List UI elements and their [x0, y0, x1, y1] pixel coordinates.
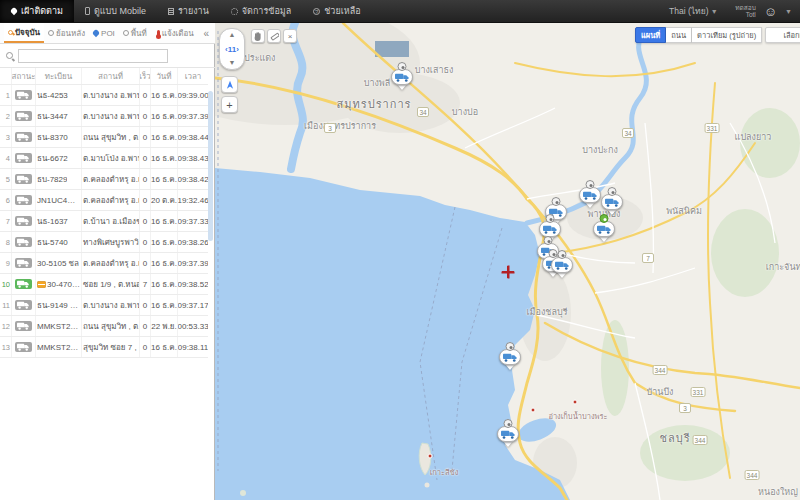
vehicle-speed: 0: [140, 148, 151, 168]
tab-label: พื้นที่: [131, 27, 147, 40]
map-type-satellite[interactable]: ดาวเทียม (รูปถ่าย): [692, 27, 762, 43]
vehicle-marker[interactable]: [496, 421, 520, 447]
vehicle-table-header: สถานะ ทะเบียน สถานที่ เร็ว วันที่ เวลา: [0, 68, 208, 85]
menu-item-label: รายงาน: [178, 4, 209, 18]
pan-hand-tool[interactable]: [251, 29, 265, 43]
pin-icon: [10, 7, 18, 15]
vehicle-location: ถนน สุขุมวิท , ต.สุรศักดิ์ อ.ศรี: [82, 316, 140, 336]
vehicle-plate: ธบ-7829: [37, 173, 67, 186]
map-type-road[interactable]: ถนน: [666, 27, 692, 43]
vehicle-marker[interactable]: [498, 344, 522, 370]
route-shield: 344: [653, 365, 668, 375]
marker-tail: [585, 202, 595, 213]
vehicle-table-row[interactable]: 7 นธ-1637 ต.บ้านา อ.เมืองชลบุรี จ.ชลบุรี…: [0, 211, 208, 232]
sidebar-scrollbar[interactable]: [208, 91, 213, 241]
vehicle-status-badge: [15, 195, 32, 205]
vehicle-marker[interactable]: [390, 64, 414, 90]
map-type-map[interactable]: แผนที่: [635, 27, 666, 43]
vehicle-table-row[interactable]: 12 MMKST22PS( ถนน สุขุมวิท , ต.สุรศักดิ์…: [0, 316, 208, 337]
truck-icon: [597, 225, 612, 234]
vehicle-date: 16 ธ.ค.: [151, 85, 178, 105]
tab-current[interactable]: ปัจจุบัน: [4, 23, 44, 43]
vehicle-time: 09:38.52: [178, 274, 208, 294]
menu-item-label: ช่วยเหลือ: [324, 4, 360, 18]
truck-icon: [17, 343, 30, 351]
map-canvas[interactable]: พระประแดงบางพลีบางเสาธงสมุทรปราการเมืองส…: [215, 23, 800, 500]
truck-icon: [17, 238, 30, 246]
vehicle-table-row[interactable]: 11 ธน-9149 กรุง ต.บางนาง อ.พานทอง จ.ชลบุ…: [0, 295, 208, 316]
marker-status-dot: [552, 197, 561, 206]
tab-alerts[interactable]: แจ้งเตือน: [151, 23, 198, 43]
user-name: ทดสอบ Totl: [726, 4, 756, 18]
vehicle-search-input[interactable]: [18, 49, 168, 63]
vehicle-table-row[interactable]: 9 30-5105 ชล ต.คลองตำหรุ อ.เมืองชลบุรี จ…: [0, 253, 208, 274]
vehicle-speed: 0: [140, 190, 151, 210]
vehicle-location: ต.คลองตำหรุ อ.เมืองชลบุรี จ.: [82, 169, 140, 189]
row-index: 1: [0, 85, 12, 105]
vehicle-status-badge: [15, 321, 32, 331]
truck-icon: [555, 261, 570, 270]
poi-tab-icon: [92, 29, 100, 37]
sidebar: ปัจจุบันย้อนหลังPOIพื้นที่แจ้งเตือน « สถ…: [0, 23, 215, 500]
menu-item-mobile-view[interactable]: ดูแบบ Mobile: [74, 0, 157, 22]
measure-tool[interactable]: [267, 29, 281, 43]
vehicle-marker[interactable]: [600, 189, 624, 215]
vehicle-table-row[interactable]: 1 นธ-4253 ต.บางนาง อ.พานทอง จ.ชลบุ 0 16 …: [0, 85, 208, 106]
mobile-icon: [85, 7, 90, 15]
marker-tail: [397, 84, 407, 95]
menu-item-monitor[interactable]: เฝ้าติดตาม: [0, 0, 74, 22]
user-avatar-icon[interactable]: ☺: [764, 5, 777, 18]
zoom-in-button[interactable]: +: [221, 96, 238, 113]
tab-history[interactable]: ย้อนหลัง: [44, 23, 89, 43]
menu-item-reports[interactable]: รายงาน: [157, 0, 220, 22]
vehicle-table-row[interactable]: 5 ธบ-7829 ต.คลองตำหรุ อ.เมืองชลบุรี จ. 0…: [0, 169, 208, 190]
vehicle-table-row[interactable]: 4 ธน-6672 ต.มาบโป่ง อ.พานทอง จ.ชลบุ 0 16…: [0, 148, 208, 169]
route-shield: 34: [622, 128, 634, 138]
vehicle-table-row[interactable]: 3 ธน-8370 ถนน สุขุมวิท , ต.บ้านา อ.เมื 0…: [0, 127, 208, 148]
vehicle-table-row[interactable]: 8 ธน-5740 ทางพิเศษบูรพาวิถี , ต.บางโฉ 0 …: [0, 232, 208, 253]
vehicle-status-badge: [15, 237, 32, 247]
menu-item-manage-data[interactable]: จัดการข้อมูล: [220, 0, 302, 22]
truck-icon: [17, 217, 30, 225]
top-navbar: เฝ้าติดตามดูแบบ Mobileรายงานจัดการข้อมูล…: [0, 0, 800, 23]
vehicle-time: 09:39.00: [178, 85, 208, 105]
route-shield: 3: [324, 123, 336, 133]
tab-poi[interactable]: POI: [89, 23, 119, 43]
truck-icon: [501, 430, 516, 439]
vehicle-table-row[interactable]: 6 JN1UC4E26Z ต.คลองตำหรุ อ.เมืองชลบุรี จ…: [0, 190, 208, 211]
user-menu-chevron-icon[interactable]: ▼: [785, 8, 792, 15]
truck-icon: [17, 133, 30, 141]
locate-button[interactable]: [221, 76, 238, 93]
vehicle-marker[interactable]: [578, 182, 602, 208]
vehicle-plate: ธน-6672: [37, 152, 68, 165]
language-selector[interactable]: Thai (ไทย) ▼: [669, 4, 718, 18]
vehicle-time: 09:38.26: [178, 232, 208, 252]
row-index: 8: [0, 232, 12, 252]
menu-item-label: ดูแบบ Mobile: [94, 4, 146, 18]
vehicle-table-row[interactable]: 13 MMKST22PXI สุขุมวิท ซอย 7 , ต.แสนสุข …: [0, 337, 208, 358]
truck-icon: [17, 154, 30, 162]
sidebar-collapse-button[interactable]: «: [201, 28, 211, 39]
vehicle-speed: 0: [140, 106, 151, 126]
vehicle-plate: ธน-9149 กรุง: [37, 299, 80, 312]
marker-status-dot: [504, 419, 513, 428]
vehicle-marker[interactable]: [550, 252, 574, 278]
vehicle-time: 09:38.11: [178, 337, 208, 357]
zoom-out-arrow-icon[interactable]: ▼: [229, 60, 236, 66]
vehicle-date: 16 ธ.ค.: [151, 253, 178, 273]
tab-label: POI: [101, 29, 115, 38]
vehicle-speed: 0: [140, 232, 151, 252]
menu-item-help[interactable]: ?ช่วยเหลือ: [302, 0, 371, 22]
tab-area[interactable]: พื้นที่: [119, 23, 151, 43]
marker-status-dot: [546, 214, 555, 223]
overlay-select[interactable]: เลือกเอง ▼: [765, 27, 800, 43]
row-index: 13: [0, 337, 12, 357]
vehicle-table-row[interactable]: 2 ธน-3447 ต.บางนาง อ.พานทอง จ.ชลบุ 0 16 …: [0, 106, 208, 127]
zoom-in-arrow-icon[interactable]: ▲: [229, 32, 236, 38]
vehicle-marker[interactable]: [592, 216, 616, 242]
vehicle-table-row[interactable]: 10 30-4703ช ซอย 1/9 , ต.หนองกระ อ.พ 7 16…: [0, 274, 208, 295]
truck-icon: [17, 175, 30, 183]
clear-tool[interactable]: ×: [283, 29, 297, 43]
vehicle-status-badge: [15, 174, 32, 184]
map-zoom-control[interactable]: ▲ ‹11› ▼: [219, 28, 245, 70]
